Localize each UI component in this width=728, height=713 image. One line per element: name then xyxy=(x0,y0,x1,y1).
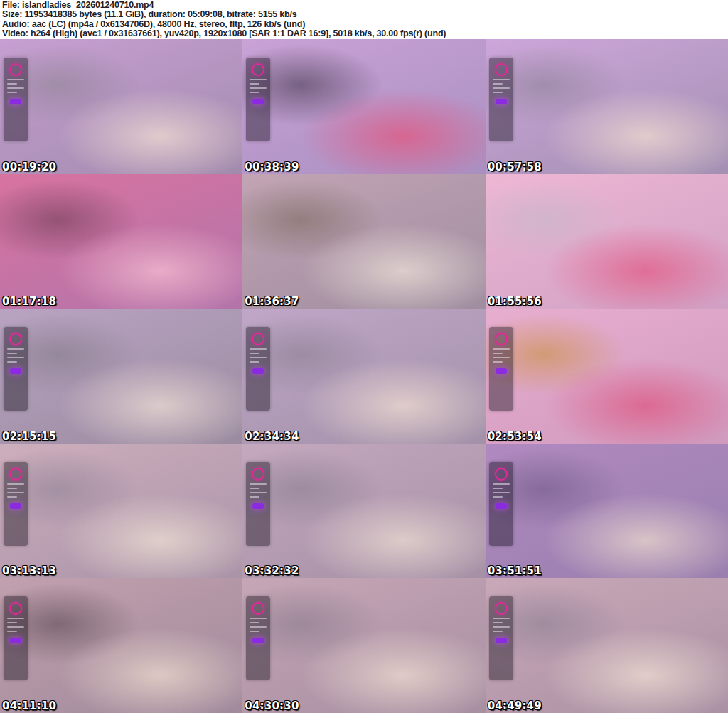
overlay-text-bar xyxy=(7,483,24,485)
scene-placeholder xyxy=(242,174,485,309)
video-thumbnail[interactable]: 02:15:15 xyxy=(0,309,242,444)
goal-ring-icon xyxy=(9,63,22,76)
thumbnail-timestamp: 01:55:56 xyxy=(488,295,542,308)
overlay-text-bar xyxy=(7,87,24,89)
overlay-text-bar xyxy=(250,483,267,485)
video-thumbnail[interactable]: 02:34:34 xyxy=(242,309,485,444)
overlay-text-bar xyxy=(7,348,24,350)
video-thumbnail[interactable]: 03:51:51 xyxy=(486,444,728,579)
video-thumbnail[interactable]: 00:19:20 xyxy=(0,39,242,174)
overlay-text-bar xyxy=(7,357,24,358)
video-thumbnail[interactable]: 02:53:54 xyxy=(486,309,728,444)
scene-placeholder xyxy=(242,444,485,579)
toy-glow-icon xyxy=(252,368,264,374)
overlay-text-bar xyxy=(493,618,510,619)
overlay-text-bar xyxy=(7,353,17,354)
goal-ring-icon xyxy=(252,468,264,481)
overlay-text-bar xyxy=(250,83,259,85)
overlay-text-bar xyxy=(250,631,259,632)
overlay-text-bar xyxy=(250,618,267,619)
video-thumbnail[interactable]: 04:30:30 xyxy=(242,578,485,713)
video-line: Video: h264 (High) (avc1 / 0x31637661), … xyxy=(2,29,726,38)
goal-ring-icon xyxy=(252,602,264,615)
thumbnail-timestamp: 04:49:49 xyxy=(488,699,542,712)
overlay-text-bar xyxy=(493,483,510,485)
chat-overlay-panel xyxy=(246,596,270,680)
thumbnail-timestamp: 01:36:37 xyxy=(245,295,299,308)
thumbnail-timestamp: 00:19:20 xyxy=(2,161,56,173)
chat-overlay-panel xyxy=(4,462,28,546)
goal-ring-icon xyxy=(495,333,508,345)
overlay-text-bar xyxy=(7,626,24,628)
thumbnail-timestamp: 02:15:15 xyxy=(2,430,56,443)
overlay-text-bar xyxy=(250,492,267,493)
audio-line: Audio: aac (LC) (mp4a / 0x6134706D), 480… xyxy=(2,20,726,29)
scene-placeholder xyxy=(486,39,728,174)
media-info-header: File: islandladies_202601240710.mp4 Size… xyxy=(0,0,728,39)
overlay-text-bar xyxy=(250,361,259,363)
size-line: Size: 11953418385 bytes (11.1 GiB), dura… xyxy=(2,10,726,19)
goal-ring-icon xyxy=(9,468,22,481)
overlay-text-bar xyxy=(250,357,267,358)
scene-placeholder xyxy=(242,39,485,174)
video-thumbnail[interactable]: 00:57:58 xyxy=(486,39,728,174)
toy-glow-icon xyxy=(10,99,21,104)
overlay-text-bar xyxy=(250,488,259,489)
goal-ring-icon xyxy=(9,333,22,345)
overlay-text-bar xyxy=(7,79,24,80)
overlay-text-bar xyxy=(493,83,503,85)
video-thumbnail[interactable]: 04:49:49 xyxy=(486,578,728,713)
overlay-text-bar xyxy=(493,353,503,354)
overlay-text-bar xyxy=(7,361,17,363)
overlay-text-bar xyxy=(493,622,503,623)
overlay-text-bar xyxy=(7,488,17,489)
chat-overlay-panel xyxy=(4,58,28,141)
chat-overlay-panel xyxy=(489,327,513,411)
scene-placeholder xyxy=(486,174,728,309)
goal-ring-icon xyxy=(9,602,22,615)
scene-placeholder xyxy=(242,578,485,713)
video-thumbnail[interactable]: 03:13:13 xyxy=(0,444,242,579)
chat-overlay-panel xyxy=(489,58,513,141)
video-thumbnail[interactable]: 04:11:10 xyxy=(0,578,242,713)
thumbnail-timestamp: 03:32:32 xyxy=(245,564,299,577)
goal-ring-icon xyxy=(495,63,508,76)
toy-glow-icon xyxy=(252,638,264,643)
video-thumbnail[interactable]: 01:17:18 xyxy=(0,174,242,309)
overlay-text-bar xyxy=(250,92,259,93)
overlay-text-bar xyxy=(493,92,503,93)
scene-placeholder xyxy=(0,578,242,713)
goal-ring-icon xyxy=(495,602,508,615)
toy-glow-icon xyxy=(496,638,507,643)
overlay-text-bar xyxy=(493,626,510,628)
overlay-text-bar xyxy=(493,496,503,498)
scene-placeholder xyxy=(0,444,242,579)
toy-glow-icon xyxy=(10,638,21,643)
toy-glow-icon xyxy=(10,368,21,374)
overlay-text-bar xyxy=(7,496,17,498)
overlay-text-bar xyxy=(250,626,267,628)
chat-overlay-panel xyxy=(489,462,513,546)
thumbnail-timestamp: 00:57:58 xyxy=(488,161,542,173)
toy-glow-icon xyxy=(252,503,264,509)
scene-placeholder xyxy=(0,309,242,444)
thumbnail-timestamp: 02:53:54 xyxy=(488,430,542,443)
scene-placeholder xyxy=(486,444,728,579)
thumbnail-timestamp: 01:17:18 xyxy=(2,295,56,308)
overlay-text-bar xyxy=(7,83,17,85)
overlay-text-bar xyxy=(493,87,510,89)
scene-placeholder xyxy=(0,39,242,174)
overlay-text-bar xyxy=(493,79,510,80)
video-thumbnail[interactable]: 03:32:32 xyxy=(242,444,485,579)
video-thumbnail[interactable]: 00:38:39 xyxy=(242,39,485,174)
chat-overlay-panel xyxy=(246,462,270,546)
video-thumbnail[interactable]: 01:36:37 xyxy=(242,174,485,309)
overlay-text-bar xyxy=(7,631,17,632)
overlay-text-bar xyxy=(493,631,503,632)
toy-glow-icon xyxy=(10,503,21,509)
chat-overlay-panel xyxy=(246,327,270,411)
overlay-text-bar xyxy=(7,492,24,493)
overlay-text-bar xyxy=(250,79,267,80)
video-thumbnail[interactable]: 01:55:56 xyxy=(486,174,728,309)
overlay-text-bar xyxy=(250,496,259,498)
